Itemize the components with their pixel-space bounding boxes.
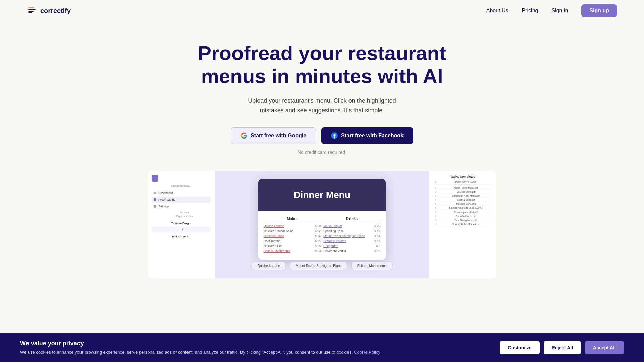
- left-tasks-completed: Tasks Compl...: [152, 235, 211, 238]
- drink-item-row: Seaward Poloma$ 12: [323, 239, 380, 243]
- start-facebook-button[interactable]: Start free with Facebook: [321, 127, 413, 144]
- row-num: 1: [433, 187, 438, 189]
- hero-title: Proofread your restaurant menus in minut…: [188, 42, 456, 88]
- svg-rect-1: [28, 7, 34, 8]
- right-table-row: 10Sunday Buffet Menu.docx: [433, 222, 492, 226]
- drink-item-name: Belvedere Vodka: [323, 249, 346, 253]
- row-docname: Breakfast Menu.pdf: [439, 215, 492, 217]
- nav-about-us[interactable]: About Us: [486, 8, 508, 14]
- right-table-row: 7Champagnnes List.pdf: [433, 210, 492, 214]
- left-panel: Let's proofread... Dashboard Proofreadin…: [148, 171, 215, 278]
- main-item-name: Quiche Loraine: [264, 224, 284, 228]
- row-num: 5: [433, 203, 438, 205]
- left-menu-settings: Settings: [152, 203, 211, 209]
- suggestion-sauvignon: Mount Rozier Sauvignon Blanc: [290, 262, 347, 270]
- left-tasks-in-progress: Tasks in Prog...: [152, 222, 211, 225]
- drink-item-price: $ 25: [374, 224, 380, 228]
- drink-item-price: $ 13: [374, 249, 380, 253]
- logo-icon: [27, 5, 38, 16]
- main-item-name: Coucous Salad: [264, 234, 284, 238]
- dinner-menu-body: Mains Quiche Loraine$ 10Chicken Caesar S…: [258, 211, 386, 260]
- google-icon: [240, 132, 247, 139]
- row-num: 10: [433, 223, 438, 225]
- right-rows: 1Asian Fusion Menu.pdf2De Jose Menu.pdf3…: [433, 186, 492, 226]
- drinks-column: Drinks Veuve Cliquot$ 25Sparkling Rosé$ …: [323, 217, 380, 254]
- row-docname: Mexican Menu.png: [439, 203, 492, 205]
- nav-signin[interactable]: Sign in: [551, 8, 568, 14]
- demo-preview: Let's proofread... Dashboard Proofreadin…: [148, 171, 496, 278]
- drinks-header: Drinks: [323, 217, 380, 222]
- nav-signup-button[interactable]: Sign up: [581, 4, 617, 17]
- account-sublabel: Account: [152, 211, 211, 214]
- right-table-row: 3Caribbean Night Menu.pdf: [433, 194, 492, 198]
- main-item-price: $ 14: [315, 234, 321, 238]
- no-credit-card-text: No credit card required.: [298, 149, 346, 155]
- row-num: 6: [433, 207, 438, 209]
- main-item-row: Shitake Mushrooms$ 13: [264, 249, 321, 253]
- main-item-row: Coucous Salad$ 14: [264, 234, 321, 238]
- right-table-row: 6Lounge Area Kids Snack&Bev...: [433, 206, 492, 210]
- row-docname: Sunday Buffet Menu.docx: [439, 223, 492, 225]
- drink-item-row: Veuve Cliquot$ 25: [323, 224, 380, 228]
- cookie-buttons: Customize Reject All Accept All: [500, 341, 624, 354]
- right-table-header: # DOCUMENT NAME: [433, 181, 492, 185]
- cookie-desc-text: We use cookies to enhance your browsing …: [20, 350, 354, 355]
- suggestion-shitake: Shitake Mushrooms: [351, 262, 392, 270]
- main-item-row: Beef Tartare$ 15: [264, 239, 321, 243]
- drink-item-name: Mount Rozier Sauvignon Blanc: [323, 234, 365, 238]
- menu-columns: Mains Quiche Loraine$ 10Chicken Caesar S…: [264, 217, 380, 254]
- drink-item-row: Belvedere Vodka$ 13: [323, 249, 380, 253]
- row-docname: De Jose Menu.pdf: [439, 191, 492, 193]
- svg-rect-4: [28, 12, 32, 13]
- drinks-rows: Veuve Cliquot$ 25Sparkling Rosé$ 16Mount…: [323, 224, 380, 253]
- mains-rows: Quiche Loraine$ 10Chicken Caesar Salad$ …: [264, 224, 321, 253]
- cookie-banner: We value your privacy We use cookies to …: [0, 333, 644, 362]
- settings-label: Settings: [158, 205, 169, 208]
- drink-item-price: $ 8: [376, 244, 380, 248]
- navbar: correctify About Us Pricing Sign in Sign…: [0, 0, 644, 21]
- main-item-price: $ 13: [315, 249, 321, 253]
- row-num: 9: [433, 219, 438, 221]
- customize-button[interactable]: Customize: [500, 341, 540, 354]
- task-item-1: 1 Li...: [152, 227, 211, 232]
- hero-subtitle: Upload your restaurant's menu. Click on …: [238, 96, 406, 115]
- accept-all-button[interactable]: Accept All: [585, 341, 624, 354]
- main-item-name: Shitake Mushrooms: [264, 249, 290, 253]
- nav-pricing[interactable]: Pricing: [522, 8, 538, 14]
- start-google-button[interactable]: Start free with Google: [231, 127, 316, 144]
- row-num: 2: [433, 191, 438, 193]
- main-item-name: Chicken Caesar Salad: [264, 229, 294, 233]
- drink-item-name: Sparkling Rosé: [323, 229, 344, 233]
- row-num: 8: [433, 215, 438, 217]
- svg-rect-3: [28, 11, 34, 12]
- drink-item-name: Seaward Poloma: [323, 239, 346, 243]
- main-item-price: $ 10: [315, 224, 321, 228]
- mains-header: Mains: [264, 217, 321, 222]
- row-docname: Champagnnes List.pdf: [439, 211, 492, 213]
- logo[interactable]: correctify: [27, 5, 71, 16]
- dinner-menu-card: Dinner Menu Mains Quiche Loraine$ 10Chic…: [258, 179, 386, 260]
- left-menu-proofreading: Proofreading: [152, 197, 211, 203]
- row-docname: Fine Dining Menu.pdf: [439, 219, 492, 221]
- right-panel-title: Tasks Completed: [433, 175, 492, 178]
- right-table-row: 4Sushi & Bites.pdf: [433, 198, 492, 202]
- suggestions-row: Quiche Loraine Mount Rozier Sauvignon Bl…: [252, 262, 392, 270]
- suggestion-quiche: Quiche Loraine: [252, 262, 286, 270]
- dinner-menu-header: Dinner Menu: [258, 179, 386, 211]
- left-panel-logo: [152, 175, 158, 182]
- drink-item-price: $ 16: [374, 229, 380, 233]
- proofreading-dot: [154, 198, 156, 201]
- logo-text: correctify: [40, 7, 71, 15]
- left-panel-proofreading: Let's proofread...: [152, 184, 211, 187]
- row-num: 7: [433, 211, 438, 213]
- start-facebook-label: Start free with Facebook: [341, 133, 404, 139]
- cookie-policy-link[interactable]: Cookie Policy: [354, 350, 380, 355]
- row-docname: Sushi & Bites.pdf: [439, 199, 492, 201]
- main-item-row: Chicken Fillet$ 18: [264, 244, 321, 248]
- cookie-description: We use cookies to enhance your browsing …: [20, 349, 492, 356]
- row-docname: Asian Fusion Menu.pdf: [439, 187, 492, 189]
- reject-all-button[interactable]: Reject All: [544, 341, 581, 354]
- dinner-menu-title: Dinner Menu: [265, 190, 379, 200]
- settings-subgroup: Account Organizations: [152, 211, 211, 218]
- dashboard-dot: [154, 192, 156, 194]
